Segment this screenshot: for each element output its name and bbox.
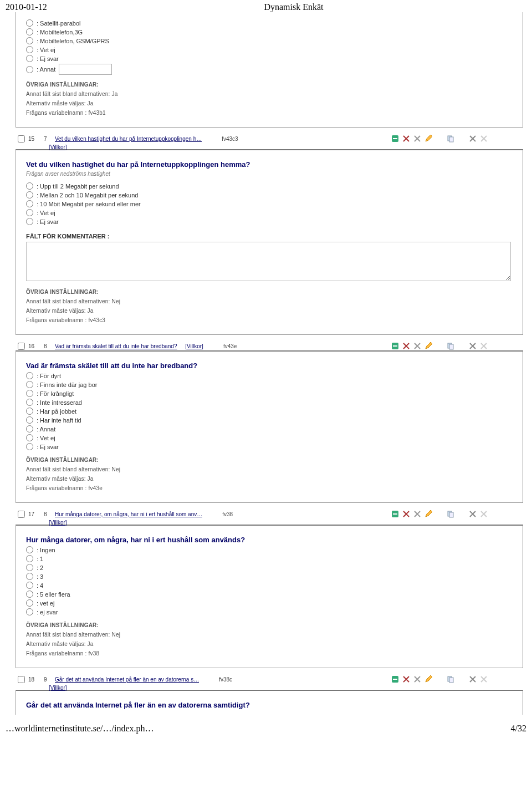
page-footer: …worldinternetinstitute.se/…/index.ph… 4… [0, 720, 532, 737]
q17-select-check[interactable] [18, 511, 25, 518]
question-17: 17 8 Hur många datorer, om några, har ni… [16, 508, 523, 668]
q17-header: 17 8 Hur många datorer, om några, har ni… [16, 508, 523, 520]
question-prev: : Satellit-parabol : Mobiltelefon,3G : M… [16, 12, 523, 128]
q16-opt8[interactable] [26, 434, 33, 441]
q15-villkor-link[interactable]: [Villkor] [49, 144, 67, 150]
opt-mobilgsm[interactable] [26, 37, 33, 44]
q15-select-check[interactable] [18, 135, 25, 143]
q15-comment-field[interactable] [26, 242, 511, 281]
q16-opt9[interactable] [26, 443, 33, 450]
q17-opt2[interactable] [26, 555, 33, 562]
q18-header: 18 9 Går det att använda Internet på fle… [16, 674, 523, 685]
q16-header: 16 8 Vad är främsta skälet till att du i… [16, 340, 523, 352]
copy-icon[interactable] [447, 135, 454, 143]
q17-toolbar [391, 510, 521, 518]
opt-mobil3g[interactable] [26, 28, 33, 35]
q15-title-link[interactable]: Vet du vilken hastighet du har på Intern… [55, 136, 202, 142]
q16-opt2[interactable] [26, 381, 33, 388]
q17-opt6[interactable] [26, 591, 33, 598]
svg-rect-11 [449, 678, 453, 683]
q17-opt4[interactable] [26, 573, 33, 580]
q15-header: 15 7 Vet du vilken hastighet du har på I… [16, 133, 523, 144]
close-icon[interactable] [469, 342, 477, 350]
q18-select-check[interactable] [18, 676, 25, 683]
opt-vetej[interactable] [26, 46, 33, 53]
q17-title-link[interactable]: Hur många datorer, om några, har ni i er… [55, 511, 202, 517]
q18-villkor-link[interactable]: [Villkor] [49, 685, 67, 691]
q16-opt6[interactable] [26, 416, 33, 424]
q17-settings: ÖVRIGA INSTÄLLNINGAR: Annat fält sist bl… [26, 622, 513, 657]
close-icon[interactable] [469, 675, 477, 683]
q18-title-link[interactable]: Går det att använda Internet på fler än … [55, 676, 199, 683]
edit-icon[interactable] [424, 675, 432, 683]
annat-input[interactable] [59, 64, 112, 75]
close-light-icon[interactable] [480, 510, 488, 518]
collapse-icon[interactable] [391, 510, 399, 518]
q16-toolbar [391, 342, 521, 350]
edit-icon[interactable] [424, 342, 432, 350]
edit-icon[interactable] [424, 135, 432, 143]
q15-opt3[interactable] [26, 200, 33, 207]
collapse-icon[interactable] [391, 135, 399, 143]
q16-settings: ÖVRIGA INSTÄLLNINGAR: Annat fält sist bl… [26, 457, 513, 491]
collapse-icon[interactable] [391, 342, 399, 350]
q15-opt4[interactable] [26, 209, 33, 216]
svg-rect-8 [449, 512, 453, 517]
opt-satellit[interactable] [26, 19, 33, 27]
q15-opt2[interactable] [26, 191, 33, 199]
prev-settings: ÖVRIGA INSTÄLLNINGAR: Annat fält sist bl… [26, 82, 513, 116]
opt-annat[interactable] [26, 66, 33, 73]
close-light-icon[interactable] [480, 675, 488, 683]
q17-opt3[interactable] [26, 564, 33, 571]
delete-red-icon[interactable] [402, 675, 410, 683]
delete-grey-icon[interactable] [413, 675, 421, 683]
q17-opt1[interactable] [26, 546, 33, 553]
q18-toolbar [391, 675, 521, 683]
q16-opt7[interactable] [26, 425, 33, 432]
delete-red-icon[interactable] [402, 510, 410, 518]
footer-url: …worldinternetinstitute.se/…/index.ph… [6, 724, 154, 734]
opt-ejsvar[interactable] [26, 55, 33, 62]
copy-icon[interactable] [447, 675, 454, 683]
q15-opt5[interactable] [26, 218, 33, 225]
svg-rect-2 [449, 137, 453, 142]
delete-red-icon[interactable] [402, 342, 410, 350]
close-icon[interactable] [469, 135, 477, 143]
header-title: Dynamisk Enkät [116, 2, 471, 12]
q16-opt3[interactable] [26, 390, 33, 397]
header-date: 2010-01-12 [6, 2, 116, 12]
q17-opt7[interactable] [26, 599, 33, 607]
q15-toolbar [391, 135, 521, 143]
footer-pager: 4/32 [511, 724, 526, 734]
q16-select-check[interactable] [18, 343, 25, 350]
delete-grey-icon[interactable] [413, 342, 421, 350]
delete-grey-icon[interactable] [413, 135, 421, 143]
q17-qtitle: Hur många datorer, om några, har ni i er… [26, 536, 513, 544]
copy-icon[interactable] [447, 510, 454, 518]
page-header: 2010-01-12 Dynamisk Enkät [0, 0, 532, 13]
q16-opt4[interactable] [26, 399, 33, 406]
close-icon[interactable] [469, 510, 477, 518]
collapse-icon[interactable] [391, 675, 399, 683]
q16-villkor-inline[interactable]: [Villkor] [185, 343, 203, 349]
close-light-icon[interactable] [480, 342, 488, 350]
q16-opt5[interactable] [26, 408, 33, 415]
q16-qtitle: Vad är främsta skälet till att du inte h… [26, 362, 513, 370]
question-16: 16 8 Vad är främsta skälet till att du i… [16, 340, 523, 503]
copy-icon[interactable] [447, 342, 454, 350]
q17-opt5[interactable] [26, 582, 33, 589]
delete-red-icon[interactable] [402, 135, 410, 143]
close-light-icon[interactable] [480, 135, 488, 143]
q15-settings: ÖVRIGA INSTÄLLNINGAR: Annat fält sist bl… [26, 289, 513, 323]
q16-opt1[interactable] [26, 372, 33, 379]
question-15: 15 7 Vet du vilken hastighet du har på I… [16, 133, 523, 335]
edit-icon[interactable] [424, 510, 432, 518]
q17-opt8[interactable] [26, 608, 33, 615]
q17-villkor-link[interactable]: [Villkor] [49, 520, 67, 526]
q16-title-link[interactable]: Vad är främsta skälet till att du inte h… [55, 343, 177, 349]
q18-qtitle: Går det att använda Internet på fler än … [26, 701, 513, 709]
svg-rect-5 [449, 344, 453, 349]
q15-opt1[interactable] [26, 182, 33, 190]
question-18: 18 9 Går det att använda Internet på fle… [16, 674, 523, 715]
delete-grey-icon[interactable] [413, 510, 421, 518]
